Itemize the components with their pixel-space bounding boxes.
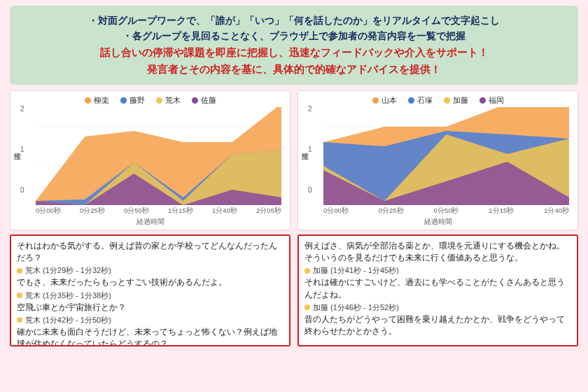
legend-label: 山本	[382, 95, 397, 106]
x-tick: 1分15秒	[168, 206, 193, 216]
x-tick: 0分50秒	[434, 206, 459, 216]
legend-label: 石塚	[417, 95, 433, 106]
transcript-speaker: 加藤 (1分41秒 - 1分45秒)	[304, 265, 571, 276]
speaker-label: 荒木 (1分29秒 - 1分32秒)	[25, 265, 111, 276]
header-line2: ・各グループを見回ることなく、ブラウザ上で参加者の発言内容を一覧で把握	[20, 28, 568, 43]
header-line4: 発言者とその内容を基に、具体的で的確なアドバイスを提供！	[20, 61, 568, 78]
header-box: ・対面グループワークで、「誰が」「いつ」「何を話したのか」をリアルタイムで文字起…	[10, 6, 578, 85]
legend-item: 石塚	[408, 95, 433, 106]
legend-left: 柳楽 藤野 荒木 佐藤	[16, 95, 284, 106]
legend-label: 柳楽	[94, 95, 109, 106]
y-tick: 1	[308, 146, 312, 153]
speaker-label: 加藤 (1分41秒 - 1分45秒)	[313, 265, 399, 276]
legend-item: 柳楽	[85, 95, 109, 106]
chart-area-right	[323, 107, 569, 205]
panels: 柳楽 藤野 荒木 佐藤 活性度 2 1 0	[0, 90, 588, 346]
legend-item: 藤野	[120, 95, 145, 106]
x-tick: 0分00秒	[323, 206, 349, 216]
y-tick: 2	[308, 105, 312, 113]
x-tick: 0分25秒	[80, 206, 105, 216]
transcript-text: でもさ、未来だったらもっとすごい技術があるんだよ。	[17, 276, 284, 288]
header-line1: ・対面グループワークで、「誰が」「いつ」「何を話したのか」をリアルタイムで文字起…	[20, 13, 568, 28]
legend-dot-icon	[408, 97, 414, 104]
legend-dot-icon	[444, 97, 450, 104]
legend-right: 山本 石塚 加藤 福岡	[304, 95, 572, 106]
legend-label: 荒木	[165, 95, 181, 106]
transcript-speaker: 荒木 (1分35秒 - 1分38秒)	[17, 290, 284, 301]
x-tick: 0分50秒	[124, 206, 149, 216]
legend-item: 山本	[372, 95, 397, 106]
speaker-label: 加藤 (1分46秒 - 1分52秒)	[313, 302, 399, 313]
x-tick: 1分40秒	[544, 206, 569, 216]
legend-dot-icon	[372, 97, 379, 104]
chart-svg	[36, 107, 281, 205]
speaker-label: 荒木 (1分42秒 - 1分50秒)	[25, 315, 111, 326]
speaker-dot-icon	[304, 304, 310, 310]
legend-item: 福岡	[479, 95, 504, 106]
speaker-dot-icon	[17, 268, 22, 274]
legend-dot-icon	[192, 97, 198, 104]
transcript-right[interactable]: 例えばさ、病気が全部治る薬とか、環境を元通りにする機会とかね。そういうのを見るだ…	[298, 234, 578, 346]
x-tick: 0分25秒	[379, 206, 404, 216]
x-tick: 0分00秒	[36, 206, 61, 216]
legend-label: 加藤	[453, 95, 468, 106]
x-axis-label: 経過時間	[16, 217, 284, 227]
speaker-dot-icon	[17, 317, 22, 323]
transcript-text: 例えばさ、病気が全部治る薬とか、環境を元通りにする機会とかね。そういうのを見るだ…	[304, 240, 571, 265]
legend-item: 荒木	[156, 95, 181, 106]
legend-item: 加藤	[444, 95, 468, 106]
legend-item: 佐藤	[192, 95, 216, 106]
legend-dot-icon	[120, 97, 127, 104]
transcript-speaker: 荒木 (1分29秒 - 1分32秒)	[17, 265, 284, 276]
chart-card-left: 柳楽 藤野 荒木 佐藤 活性度 2 1 0	[10, 90, 290, 230]
x-tick: 1分15秒	[489, 206, 514, 216]
x-tick: 2分05秒	[256, 206, 281, 216]
y-tick: 1	[20, 146, 24, 153]
x-axis-label: 経過時間	[304, 217, 572, 227]
chart-card-right: 山本 石塚 加藤 福岡 活性度 2 1 0	[298, 90, 578, 230]
legend-dot-icon	[479, 97, 486, 104]
speaker-dot-icon	[17, 293, 22, 298]
y-tick: 0	[20, 186, 24, 194]
transcript-speaker: 加藤 (1分46秒 - 1分52秒)	[304, 302, 571, 313]
panel-right: 山本 石塚 加藤 福岡 活性度 2 1 0	[298, 90, 578, 346]
y-tick: 2	[20, 105, 24, 113]
speaker-dot-icon	[304, 268, 310, 274]
transcript-text: それは確かにすごいけど、過去にも学べることがたくさんあると思うんだよね。	[304, 276, 571, 301]
transcript-speaker: 荒木 (1分42秒 - 1分50秒)	[17, 315, 284, 326]
transcript-left[interactable]: それはわかる気がする。例えば昔の家とか学校ってどんなんだったんだろ？荒木 (1分…	[10, 234, 290, 346]
x-ticks-right: 0分00秒 0分25秒 0分50秒 1分15秒 1分40秒	[323, 206, 569, 216]
legend-dot-icon	[156, 97, 162, 104]
chart-area-left	[36, 107, 281, 205]
legend-label: 藤野	[130, 95, 145, 106]
transcript-text: それはわかる気がする。例えば昔の家とか学校ってどんなんだったんだろ？	[17, 240, 284, 265]
transcript-text: 確かに未来も面白そうだけど、未来ってちょっと怖くない？例えば地球が住めなくなって…	[17, 326, 284, 346]
x-ticks-left: 0分00秒 0分25秒 0分50秒 1分15秒 1分40秒 2分05秒	[36, 206, 281, 216]
x-tick: 1分40秒	[212, 206, 237, 216]
speaker-label: 荒木 (1分35秒 - 1分38秒)	[25, 290, 111, 301]
header-line3: 話し合いの停滞や課題を即座に把握し、迅速なフィードバックや介入をサポート！	[20, 44, 568, 61]
legend-dot-icon	[85, 97, 91, 104]
transcript-text: 昔の人たちがどうやって困難を乗り越えたかとか、戦争をどうやって終わらせたかとかさ…	[304, 314, 571, 338]
legend-label: 佐藤	[201, 95, 216, 106]
y-tick: 0	[308, 186, 312, 194]
legend-label: 福岡	[489, 95, 504, 106]
panel-left: 柳楽 藤野 荒木 佐藤 活性度 2 1 0	[10, 90, 290, 346]
chart-svg	[323, 107, 569, 205]
transcript-text: 空飛ぶ車とか宇宙旅行とか？	[17, 302, 284, 314]
